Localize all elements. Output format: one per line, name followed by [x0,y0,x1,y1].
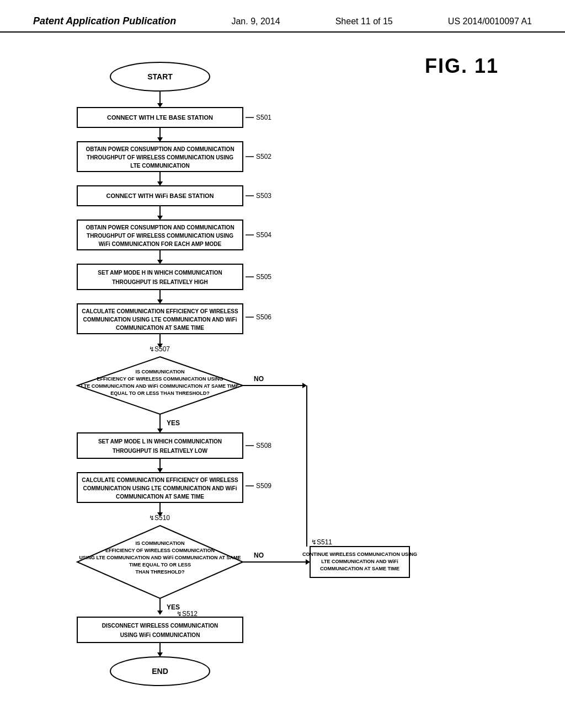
svg-text:↯S511: ↯S511 [311,538,332,546]
svg-text:COMMUNICATION AT SAME TIME: COMMUNICATION AT SAME TIME [320,566,399,571]
svg-rect-28 [77,264,243,290]
svg-text:↯S510: ↯S510 [149,514,170,522]
svg-text:DISCONNECT WIRELESS COMMUNICAT: DISCONNECT WIRELESS COMMUNICATION [102,623,218,629]
svg-text:TIME EQUAL TO OR LESS: TIME EQUAL TO OR LESS [129,562,191,568]
svg-text:EFFICIENCY OF WIRELESS COMMUNI: EFFICIENCY OF WIRELESS COMMUNICATION [105,548,215,553]
svg-text:S509: S509 [256,482,271,490]
svg-rect-53 [77,433,243,458]
page-header: Patent Application Publication Jan. 9, 2… [0,0,565,33]
flowchart-container: START CONNECT WITH LTE BASE STATION S501… [33,55,419,691]
svg-text:S501: S501 [256,114,271,121]
page-content: FIG. 11 START CONNECT WITH LTE BASE STAT… [0,33,565,702]
svg-text:COMMUNICATION AT SAME TIME: COMMUNICATION AT SAME TIME [116,325,204,331]
flowchart-svg: START CONNECT WITH LTE BASE STATION S501… [33,55,419,689]
svg-text:THROUGHPUT OF WIRELESS COMMUNI: THROUGHPUT OF WIRELESS COMMUNICATION USI… [87,154,233,160]
svg-text:USING LTE COMMUNICATION AND Wi: USING LTE COMMUNICATION AND WiFi COMMUNI… [79,555,241,560]
header-patent: US 2014/0010097 A1 [448,17,532,26]
svg-marker-58 [157,468,163,473]
svg-marker-27 [157,260,163,264]
svg-marker-3 [157,103,163,108]
svg-text:EFFICIENCY OF WIRELESS COMMUNI: EFFICIENCY OF WIRELESS COMMUNICATION USI… [97,376,223,382]
svg-text:LTE COMMUNICATION AND WiFi COM: LTE COMMUNICATION AND WiFi COMMUNICATION… [81,383,239,389]
svg-text:YES: YES [167,419,180,427]
svg-text:COMMUNICATION AT SAME TIME: COMMUNICATION AT SAME TIME [116,494,204,500]
svg-text:S504: S504 [256,231,271,239]
svg-text:IS COMMUNICATION: IS COMMUNICATION [136,369,185,374]
svg-text:WiFi COMMUNICATION FOR EACH AM: WiFi COMMUNICATION FOR EACH AMP MODE [99,241,222,247]
svg-marker-51 [157,429,163,433]
svg-text:NO: NO [254,375,264,383]
svg-text:S503: S503 [256,192,271,200]
svg-text:THROUGHPUT IS RELATIVELY HIGH: THROUGHPUT IS RELATIVELY HIGH [112,279,208,285]
svg-text:LTE COMMUNICATION AND WiFi: LTE COMMUNICATION AND WiFi [321,559,398,564]
svg-rect-85 [77,617,243,643]
svg-text:THROUGHPUT OF WIRELESS COMMUNI: THROUGHPUT OF WIRELESS COMMUNICATION USI… [87,233,233,239]
svg-text:EQUAL TO OR LESS THAN THRESHOL: EQUAL TO OR LESS THAN THRESHOLD? [110,390,210,396]
svg-text:S502: S502 [256,153,271,160]
svg-text:IS COMMUNICATION: IS COMMUNICATION [136,540,185,546]
svg-text:NO: NO [254,552,264,559]
svg-text:CONTINUE WIRELESS COMMUNICATIO: CONTINUE WIRELESS COMMUNICATION USING [302,552,417,557]
svg-text:COMMUNICATION USING LTE COMMUN: COMMUNICATION USING LTE COMMUNICATION AN… [83,485,237,491]
svg-text:END: END [152,667,168,676]
svg-text:CALCULATE COMMUNICATION EFFICI: CALCULATE COMMUNICATION EFFICIENCY OF WI… [82,308,238,314]
svg-text:START: START [147,72,173,81]
header-sheet: Sheet 11 of 15 [335,17,393,26]
svg-text:LTE COMMUNICATION: LTE COMMUNICATION [130,163,189,169]
svg-marker-20 [157,216,163,220]
svg-text:THAN THRESHOLD?: THAN THRESHOLD? [136,569,185,575]
svg-text:THROUGHPUT IS RELATIVELY LOW: THROUGHPUT IS RELATIVELY LOW [113,448,208,454]
svg-text:CONNECT WITH WiFi BASE STATION: CONNECT WITH WiFi BASE STATION [106,192,214,199]
svg-text:↯S507: ↯S507 [149,345,170,353]
svg-text:S508: S508 [256,442,271,449]
svg-text:COMMUNICATION USING LTE COMMUN: COMMUNICATION USING LTE COMMUNICATION AN… [83,317,237,323]
svg-marker-8 [157,137,163,142]
svg-text:S506: S506 [256,313,271,321]
svg-text:CALCULATE COMMUNICATION EFFICI: CALCULATE COMMUNICATION EFFICIENCY OF WI… [82,477,238,483]
svg-marker-89 [157,652,163,657]
svg-text:S505: S505 [256,273,271,281]
svg-text:↯S512: ↯S512 [177,610,198,618]
svg-marker-15 [157,181,163,186]
svg-text:SET AMP MODE L IN WHICH COMMUN: SET AMP MODE L IN WHICH COMMUNICATION [98,438,222,445]
svg-text:USING WiFi COMMUNICATION: USING WiFi COMMUNICATION [120,632,200,638]
svg-marker-48 [302,383,307,388]
svg-marker-33 [157,299,163,304]
svg-text:OBTAIN POWER CONSUMPTION AND C: OBTAIN POWER CONSUMPTION AND COMMUNICATI… [86,224,234,231]
figure-label: FIG. 11 [425,55,499,78]
header-date: Jan. 9, 2014 [231,17,280,26]
header-publication-title: Patent Application Publication [33,15,176,27]
svg-marker-74 [306,559,310,565]
svg-text:OBTAIN POWER CONSUMPTION AND C: OBTAIN POWER CONSUMPTION AND COMMUNICATI… [86,146,234,152]
svg-text:CONNECT WITH LTE BASE STATION: CONNECT WITH LTE BASE STATION [107,114,213,121]
svg-marker-82 [157,611,163,615]
svg-text:SET AMP MODE H IN WHICH COMMUN: SET AMP MODE H IN WHICH COMMUNICATION [98,270,222,276]
